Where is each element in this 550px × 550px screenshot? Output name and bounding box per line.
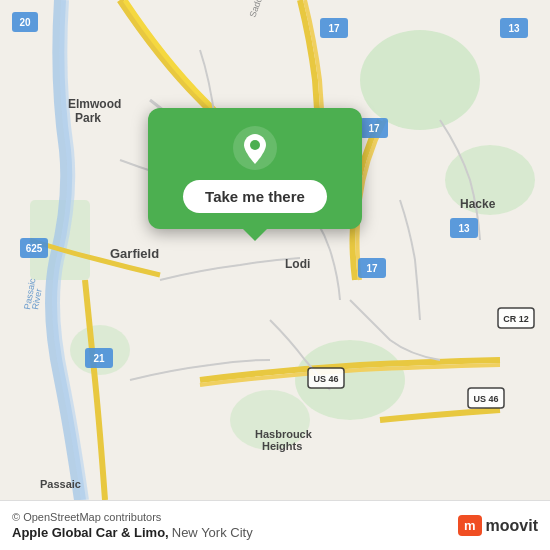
svg-text:Garfield: Garfield bbox=[110, 246, 159, 261]
svg-text:Passaic: Passaic bbox=[40, 478, 81, 490]
svg-text:Heights: Heights bbox=[262, 440, 302, 452]
svg-text:US 46: US 46 bbox=[313, 374, 338, 384]
attribution-text: © OpenStreetMap contributors bbox=[12, 511, 253, 523]
svg-point-41 bbox=[250, 140, 260, 150]
svg-text:Hasbrouck: Hasbrouck bbox=[255, 428, 313, 440]
svg-text:17: 17 bbox=[368, 123, 380, 134]
svg-text:13: 13 bbox=[458, 223, 470, 234]
svg-text:17: 17 bbox=[328, 23, 340, 34]
moovit-m-badge: m bbox=[458, 515, 482, 536]
place-name-text: Apple Global Car & Limo, bbox=[12, 525, 169, 540]
svg-text:Lodi: Lodi bbox=[285, 257, 310, 271]
map-background: 20 17 17 13 13 17 21 US 46 US 46 CR 12 6… bbox=[0, 0, 550, 500]
svg-text:Park: Park bbox=[75, 111, 101, 125]
attribution-area: © OpenStreetMap contributors Apple Globa… bbox=[12, 511, 253, 540]
map-container: 20 17 17 13 13 17 21 US 46 US 46 CR 12 6… bbox=[0, 0, 550, 500]
moovit-brand-text: moovit bbox=[486, 517, 538, 535]
svg-text:20: 20 bbox=[19, 17, 31, 28]
svg-text:625: 625 bbox=[26, 243, 43, 254]
popup-card: Take me there bbox=[148, 108, 362, 229]
location-pin-icon bbox=[233, 126, 277, 170]
place-city-text: New York City bbox=[172, 525, 253, 540]
svg-text:Hacke: Hacke bbox=[460, 197, 496, 211]
svg-point-1 bbox=[360, 30, 480, 130]
take-me-there-button[interactable]: Take me there bbox=[183, 180, 327, 213]
moovit-logo: m moovit bbox=[458, 515, 538, 536]
svg-text:17: 17 bbox=[366, 263, 378, 274]
svg-text:Elmwood: Elmwood bbox=[68, 97, 121, 111]
svg-text:CR 12: CR 12 bbox=[503, 314, 529, 324]
svg-text:US 46: US 46 bbox=[473, 394, 498, 404]
svg-text:21: 21 bbox=[93, 353, 105, 364]
svg-text:13: 13 bbox=[508, 23, 520, 34]
bottom-bar: © OpenStreetMap contributors Apple Globa… bbox=[0, 500, 550, 550]
